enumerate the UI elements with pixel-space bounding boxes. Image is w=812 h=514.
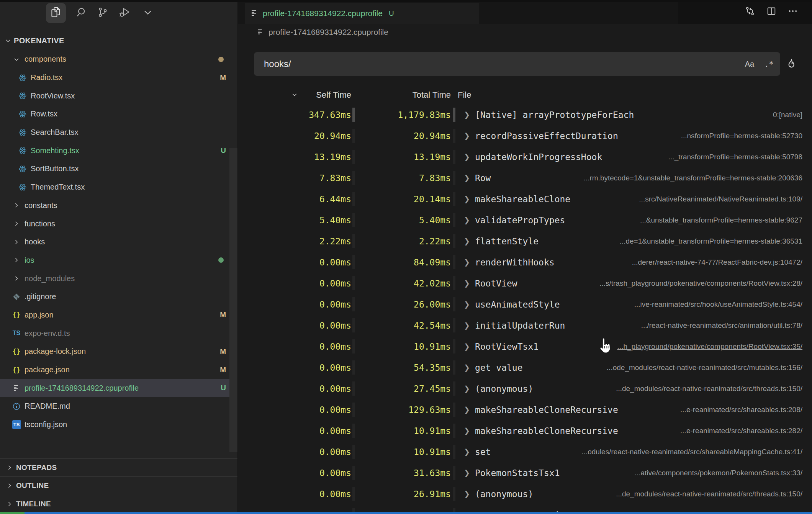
profile-table-row[interactable]: 0.00ms26.00ms❯useAnimatedStyle...ive-rea… [238,294,812,315]
sidebar-scrollbar[interactable] [229,148,237,452]
activity-source-control-button[interactable] [93,3,113,23]
expand-chevron-icon[interactable]: ❯ [464,447,470,456]
column-header-total-time[interactable]: Total Time [351,90,451,100]
tree-file-themedtext-tsx[interactable]: ThemedText.tsx [0,178,237,196]
expand-chevron-icon[interactable]: ❯ [464,279,470,288]
expand-chevron-icon[interactable]: ❯ [464,426,470,435]
tree-file-app-json[interactable]: {}app.jsonM [0,306,237,324]
profile-table-row[interactable]: 0.00ms84.09ms❯renderWithHooks...derer/re… [238,252,812,273]
activity-run-debug-button[interactable] [115,3,134,23]
activity-more-views-button[interactable] [138,3,158,23]
file-cell[interactable]: ❯(anonymous)...de_modules/react-native-r… [464,489,812,499]
explorer-project-header[interactable]: POKENATIVE [0,34,237,47]
more-actions-button[interactable] [786,5,800,19]
profile-table-row[interactable]: 7.83ms7.83ms❯Row...rm.bytecode=1&unstabl… [238,167,812,188]
match-case-toggle[interactable]: Aa [743,57,756,71]
file-cell[interactable]: ❯set...odules/react-native-reanimated/sr… [464,447,812,457]
tree-folder-node-modules[interactable]: node_modules [0,269,237,288]
collapse-chevron-icon[interactable] [291,91,298,101]
source-location-link[interactable]: ...nsformProfile=hermes-stable:52730 [666,132,802,140]
sidebar-section-timeline[interactable]: TIMELINE [0,495,237,513]
file-cell[interactable]: ❯get value...ode_modules/react-native-re… [464,363,812,373]
file-cell[interactable]: ❯renderWithHooks...derer/react-native-74… [464,257,812,267]
expand-chevron-icon[interactable]: ❯ [464,384,470,393]
source-location-link[interactable]: ...derer/react-native-74-77/ReactFabric-… [617,258,802,267]
tree-file--gitignore[interactable]: .gitignore [0,288,237,306]
profile-table-row[interactable]: 347.63ms1,179.83ms❯[Native] arrayPrototy… [238,104,812,125]
sidebar-section-notepads[interactable]: NOTEPADS [0,458,237,476]
source-location-link[interactable]: ...de_modules/react-native-reanimated/sr… [601,490,802,498]
regex-toggle[interactable]: .* [762,57,776,71]
profile-table-row[interactable]: 0.00ms10.91ms❯RootViewTsx1...h_playgroun… [238,336,812,357]
expand-chevron-icon[interactable]: ❯ [464,489,470,498]
tree-file-profile-1741689314922-cpuprofile[interactable]: profile-1741689314922.cpuprofileU [0,379,237,397]
tree-file-sortbutton-tsx[interactable]: SortButton.tsx [0,160,237,178]
source-location-link[interactable]: ...ode_modules/react-native-reanimated/s… [591,363,802,372]
source-location-link[interactable]: ...h_playground/pokenative/components/Ro… [602,342,802,351]
tree-file-readme-md[interactable]: README.md [0,397,237,416]
tab-cpuprofile[interactable]: profile-1741689314922.cpuprofile U [245,3,479,24]
profile-table-row[interactable]: 20.94ms20.94ms❯recordPassiveEffectDurati… [238,125,812,146]
tree-file-rootview-tsx[interactable]: RootView.tsx [0,87,237,105]
profile-table-row[interactable]: 0.00ms42.02ms❯RootView...s/trash_playgro… [238,273,812,294]
source-location-link[interactable]: ...ive-reanimated/src/hook/useAnimatedSt… [619,300,802,309]
source-location-link[interactable]: ...odules/react-native-reanimated/src/sh… [566,448,802,456]
expand-chevron-icon[interactable]: ❯ [464,195,470,203]
expand-chevron-icon[interactable]: ❯ [464,321,470,330]
tree-file-searchbar-tsx[interactable]: SearchBar.tsx [0,123,237,142]
tree-file-expo-env-d-ts[interactable]: TSexpo-env.d.ts [0,324,237,342]
source-location-link[interactable]: ...s/trash_playground/pokenative/compone… [584,279,802,288]
source-location-link[interactable]: 0:[native] [758,111,802,119]
file-cell[interactable]: ❯RootViewTsx1...h_playground/pokenative/… [464,342,812,352]
expand-chevron-icon[interactable]: ❯ [464,405,470,414]
file-cell[interactable]: ❯[Native] arrayPrototypeForEach0:[native… [464,110,812,120]
profile-table-row[interactable]: 0.00ms26.91ms❯(anonymous)...de_modules/r… [238,483,812,504]
tree-folder-ios[interactable]: ios [0,251,237,270]
source-location-link[interactable]: ...de_modules/react-native-reanimated/sr… [601,385,802,393]
file-cell[interactable]: ❯flattenStyle...de=1&unstable_transformP… [464,236,812,246]
tree-file-radio-tsx[interactable]: Radio.tsxM [0,69,237,87]
flame-graph-toggle[interactable] [784,56,799,71]
expand-chevron-icon[interactable]: ❯ [464,131,470,140]
profile-filter-input[interactable]: hooks/ Aa .* [254,52,780,76]
profile-table-row[interactable]: 0.00ms129.63ms❯makeShareableCloneRecursi… [238,399,812,420]
source-location-link[interactable]: .../react-native-reanimated/src/animatio… [626,321,802,330]
sidebar-section-outline[interactable]: OUTLINE [0,476,237,494]
profile-table-row[interactable]: 13.19ms13.19ms❯updateWorkInProgressHook.… [238,146,812,167]
activity-search-button[interactable] [71,3,91,23]
tree-file-row-tsx[interactable]: Row.tsx [0,105,237,123]
profile-table-row[interactable]: 0.00ms54.35ms❯get value...ode_modules/re… [238,357,812,378]
expand-chevron-icon[interactable]: ❯ [464,174,470,182]
file-cell[interactable]: ❯initialUpdaterRun.../react-native-reani… [464,321,812,331]
expand-chevron-icon[interactable]: ❯ [464,110,470,119]
expand-chevron-icon[interactable]: ❯ [464,216,470,224]
source-location-link[interactable]: ...de=1&unstable_transformProfile=hermes… [604,237,802,246]
file-cell[interactable]: ❯validatePropTypes...&unstable_transform… [464,215,812,225]
file-cell[interactable]: ❯PokemonStatsTsx1...ative/components/pok… [464,468,812,478]
column-header-file[interactable]: File [458,90,471,100]
profile-table-row[interactable]: 0.00ms31.63ms❯PokemonStatsTsx1...ative/c… [238,462,812,483]
profile-table-row[interactable]: 0.00ms10.91ms❯makeShareableCloneRecursiv… [238,420,812,441]
profile-table-row[interactable]: 6.44ms20.14ms❯makeShareableClone...src/N… [238,188,812,210]
file-cell[interactable]: ❯RootView...s/trash_playground/pokenativ… [464,278,812,288]
source-location-link[interactable]: ...e-reanimated/src/shareables.ts:208/ [665,406,802,414]
profile-table-row[interactable]: 2.22ms2.22ms❯flattenStyle...de=1&unstabl… [238,231,812,252]
source-location-link[interactable]: ...ative/components/pokemon/PokemonStats… [619,469,802,477]
file-cell[interactable]: ❯makeShareableClone...src/NativeReanimat… [464,194,812,204]
file-cell[interactable]: ❯(anonymous)...de_modules/react-native-r… [464,384,812,394]
breadcrumb[interactable]: profile-1741689314922.cpuprofile [238,25,812,40]
source-location-link[interactable]: ...src/NativeReanimated/NativeReanimated… [624,195,802,203]
source-location-link[interactable]: ...&unstable_transformProfile=hermes-sta… [625,216,802,224]
expand-chevron-icon[interactable]: ❯ [464,363,470,372]
tree-file-package-lock-json[interactable]: {}package-lock.jsonM [0,342,237,361]
tree-file-tsconfig-json[interactable]: TStsconfig.json [0,416,237,434]
file-cell[interactable]: ❯Row...rm.bytecode=1&unstable_transformP… [464,173,812,183]
open-changes-button[interactable] [743,5,757,19]
tree-file-somehting-tsx[interactable]: Somehting.tsxU [0,141,237,160]
source-location-link[interactable]: ...rm.bytecode=1&unstable_transformProfi… [568,174,802,182]
expand-chevron-icon[interactable]: ❯ [464,300,470,309]
tree-folder-components[interactable]: components [0,50,237,69]
file-cell[interactable]: ❯useAnimatedStyle...ive-reanimated/src/h… [464,300,812,309]
expand-chevron-icon[interactable]: ❯ [464,468,470,477]
split-editor-button[interactable] [764,5,779,19]
